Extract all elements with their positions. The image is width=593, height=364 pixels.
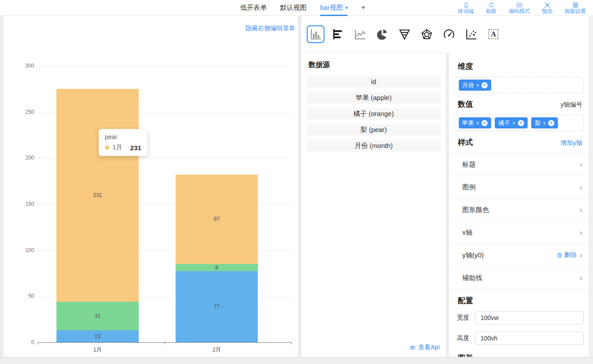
horizontal-scrollbar[interactable] (0, 357, 593, 364)
value-tag-apple[interactable]: 苹果 ∨ × (459, 117, 491, 128)
value-tag-pear[interactable]: 梨 ∨ × (531, 117, 558, 128)
chart-type-bar-horizontal[interactable] (329, 25, 347, 43)
remove-tag-icon[interactable]: × (518, 120, 524, 126)
vertical-scrollbar[interactable] (589, 16, 593, 357)
delete-y-axis-button[interactable]: 删除 (557, 251, 577, 259)
chevron-down-icon[interactable]: ∨ (476, 120, 479, 125)
tab-bar-view[interactable]: bar视图 ▾ (320, 0, 348, 16)
bar-segment[interactable]: 231 (56, 89, 139, 302)
height-label: 高度 (457, 334, 475, 342)
tooltip-category: 1月 (112, 144, 122, 152)
bar-chart-icon (309, 28, 322, 40)
datasource-field-apple[interactable]: 苹果 (apple) (307, 92, 441, 104)
datasource-field-list: id 苹果 (apple) 橘子 (orange) 梨 (pear) 月份 (m… (307, 76, 441, 152)
tooltip-series-name: pear (105, 133, 141, 140)
style-item-guide-line[interactable]: 辅助线 › (449, 267, 589, 289)
view-api-link[interactable]: 查看Api (409, 344, 440, 352)
chart-type-bar[interactable] (307, 25, 325, 43)
style-item-title[interactable]: 标题 › (449, 153, 589, 176)
pie-chart-icon (376, 28, 389, 40)
height-input[interactable] (475, 332, 584, 345)
code-mode-button[interactable]: 编码模式 (509, 2, 530, 14)
refresh-icon (489, 2, 494, 8)
topbar: 低开表单 默认视图 bar视图 ▾ + 移动端 刷新 编码模式 预览 视图设置 (0, 0, 593, 16)
bar-segment[interactable]: 77 (176, 271, 258, 342)
dimension-drop-zone[interactable]: 月份 ∨ × (454, 77, 584, 93)
chart-type-pie[interactable] (373, 25, 391, 43)
datasource-field-id[interactable]: id (307, 76, 441, 88)
dimension-title: 维度 (458, 61, 473, 72)
mobile-button[interactable]: 移动端 (458, 2, 474, 14)
bar-segment[interactable]: 13 (56, 330, 139, 342)
chart-plot: 05010015020025030013312311月778972月 (4, 16, 298, 357)
line-chart-icon (354, 28, 366, 40)
gauge-icon (443, 28, 455, 40)
mobile-icon (463, 2, 469, 8)
datasource-field-pear[interactable]: 梨 (pear) (307, 124, 441, 136)
topbar-actions: 移动端 刷新 编码模式 预览 视图设置 (458, 0, 586, 16)
trash-icon (557, 252, 562, 258)
bar-value-label: 97 (214, 216, 220, 222)
style-item-y-axis-y0[interactable]: y轴(y0) 删除 › (449, 244, 589, 267)
radar-icon (421, 28, 433, 40)
datasource-field-month[interactable]: 月份 (month) (307, 140, 441, 152)
tab-default-view[interactable]: 默认视图 (280, 0, 307, 16)
tab-low-code-form[interactable]: 低开表单 (240, 0, 267, 16)
style-item-shape-color[interactable]: 图形颜色 › (449, 199, 589, 221)
y-axis-tick-label: 100 (12, 247, 34, 253)
dimension-tag-month[interactable]: 月份 ∨ × (459, 80, 491, 91)
preview-icon (545, 2, 550, 8)
refresh-button[interactable]: 刷新 (486, 2, 497, 14)
chevron-down-icon[interactable]: ∨ (512, 120, 515, 125)
remove-tag-icon[interactable]: × (481, 82, 488, 88)
text-icon: A (489, 29, 498, 39)
x-axis-category-label: 1月 (76, 346, 120, 354)
chart-type-gauge[interactable] (440, 25, 458, 43)
chevron-down-icon[interactable]: ∨ (476, 83, 479, 88)
chart-type-funnel[interactable] (396, 25, 413, 43)
panel-divider-strip (446, 52, 449, 357)
bar-value-label: 31 (95, 313, 100, 319)
bar-segment[interactable]: 8 (176, 264, 258, 272)
bar-value-label: 8 (215, 264, 218, 271)
gridline (38, 66, 291, 66)
values-drop-zone[interactable]: 苹果 ∨ × 橘子 ∨ × 梨 ∨ × (454, 115, 584, 131)
bar-segment[interactable]: 31 (56, 302, 139, 330)
config-panel: 维度 月份 ∨ × 数值 y轴编号 苹果 ∨ × 橘子 ∨ × (449, 52, 589, 357)
chart-tooltip: pear 1月 231 (99, 129, 148, 156)
view-tabs: 低开表单 默认视图 bar视图 ▾ + (240, 0, 365, 16)
chart-type-radar[interactable] (418, 25, 436, 43)
style-title: 样式 (458, 137, 473, 148)
chart-type-scatter[interactable] (462, 25, 480, 43)
code-mode-icon (517, 2, 522, 8)
style-item-legend[interactable]: 图例 › (449, 176, 589, 199)
y-axis-tick-label: 150 (12, 201, 34, 207)
tooltip-value: 231 (130, 144, 141, 152)
values-title: 数值 (458, 99, 473, 109)
bar-value-label: 13 (95, 333, 100, 340)
add-y-axis-link[interactable]: 增加y轴 (561, 139, 582, 147)
chevron-right-icon: › (580, 160, 582, 168)
chevron-right-icon: › (580, 228, 582, 236)
x-axis-tick (164, 342, 165, 344)
y-axis-tick-label: 200 (12, 155, 34, 161)
remove-tag-icon[interactable]: × (481, 120, 488, 126)
add-view-tab-button[interactable]: + (361, 0, 365, 16)
remove-tag-icon[interactable]: × (548, 120, 554, 126)
chart-type-text[interactable]: A (485, 25, 502, 43)
chevron-down-icon[interactable]: ∨ (543, 120, 546, 125)
datasource-title: 数据源 (309, 60, 446, 70)
view-settings-button[interactable]: 视图设置 (565, 2, 586, 14)
bar-value-label: 231 (93, 192, 102, 198)
chevron-right-icon: › (580, 206, 582, 214)
width-input[interactable] (475, 311, 584, 324)
bar-segment[interactable]: 97 (176, 175, 258, 264)
chart-type-line[interactable] (351, 25, 369, 43)
value-tag-orange[interactable]: 橘子 ∨ × (495, 117, 527, 128)
style-item-x-axis[interactable]: x轴 › (449, 221, 589, 244)
y-axis-number-label: y轴编号 (561, 101, 582, 109)
datasource-field-orange[interactable]: 橘子 (orange) (307, 108, 441, 120)
preview-button[interactable]: 预览 (542, 2, 553, 14)
eye-icon (409, 344, 416, 351)
chevron-right-icon: › (580, 251, 582, 259)
